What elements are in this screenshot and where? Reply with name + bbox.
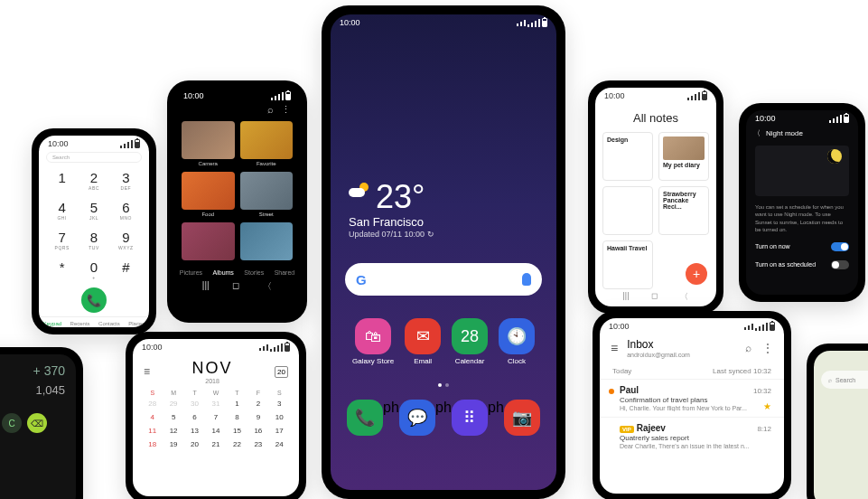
google-search-bar[interactable]: G [345,263,542,296]
dial-key[interactable]: 9WXYZ [110,226,142,254]
tab[interactable]: Pictures [180,269,202,276]
toggle-turn-on-now[interactable]: Turn on now [746,238,858,256]
back-icon[interactable]: 〈 [263,280,272,293]
calc-delete-button[interactable]: ⌫ [27,413,47,433]
recent-icon[interactable]: ||| [622,291,629,303]
date-cell[interactable]: 13 [184,427,205,435]
app-icon[interactable]: ✉Email [405,318,441,365]
menu-icon[interactable]: ≡ [144,365,150,378]
dial-key[interactable]: 1 [46,166,78,194]
date-cell[interactable]: 30 [184,400,205,408]
date-cell[interactable]: 14 [205,427,226,435]
date-cell[interactable]: 12 [163,427,183,435]
date-cell[interactable]: 4 [142,413,163,421]
mail-item[interactable]: PaulConfirmation of travel plansHi, Char… [600,379,784,417]
note-card[interactable]: Hawaii Travel [602,240,653,289]
app-icon[interactable]: 💬 [399,400,435,436]
dial-key[interactable]: 3DEF [110,166,142,194]
date-cell[interactable]: 9 [247,413,268,421]
back-icon[interactable]: 〈 [753,128,761,138]
mail-item[interactable]: VIPRajeevQuatrerly sales reportDear Char… [600,417,784,455]
note-card[interactable]: My pet diary [658,132,709,181]
toggle-scheduled[interactable]: Turn on as scheduled [746,256,858,274]
date-cell[interactable]: 21 [205,440,226,448]
app-icon[interactable]: 🕙Clock [499,318,535,365]
note-card[interactable]: Design [602,132,653,181]
today-icon[interactable]: 20 [275,366,288,378]
more-icon[interactable]: ⋮ [762,342,773,354]
date-cell[interactable]: 20 [184,440,205,448]
app-icon[interactable]: 📷 [504,400,540,436]
date-cell[interactable]: 5 [163,413,183,421]
album-item[interactable]: Food [182,172,235,217]
app-icon[interactable]: 28Calendar [452,318,488,365]
dial-key[interactable]: 6MNO [110,196,142,224]
dial-key[interactable]: # [110,256,142,284]
more-icon[interactable]: ⋮ [281,104,291,116]
date-cell[interactable]: 29 [163,400,183,408]
date-cell[interactable]: 1 [227,400,247,408]
date-cell[interactable]: 17 [269,427,290,435]
dial-key[interactable]: 8TUV [78,226,109,254]
tab[interactable]: Shared [275,269,295,276]
date-cell[interactable]: 23 [247,440,268,448]
album-item[interactable]: Camera [182,121,235,166]
date-cell[interactable]: 18 [142,440,163,448]
tab[interactable]: Places [128,321,145,326]
note-card[interactable] [602,186,653,235]
date-cell[interactable]: 8 [227,413,247,421]
date-cell[interactable]: 15 [227,427,247,435]
home-icon[interactable]: ◻ [232,280,239,293]
note-card[interactable]: Strawberry Pancake Reci... [658,186,709,235]
search-icon[interactable]: ⌕ [267,104,274,116]
album-item[interactable]: Street [240,172,294,217]
recent-icon[interactable]: ||| [202,280,210,293]
date-cell[interactable]: 2 [247,400,268,408]
date-cell[interactable]: 11 [142,427,163,435]
date-cell[interactable]: 22 [227,440,247,448]
date-cell[interactable]: 19 [163,440,183,448]
date-cell[interactable]: 16 [247,427,268,435]
date-cell[interactable]: 3 [269,400,290,408]
date-cell[interactable]: 24 [269,440,290,448]
call-button[interactable]: 📞 [81,287,107,313]
date-cell[interactable]: 7 [205,413,226,421]
status-bar [814,351,868,365]
inbox-title: Inbox [627,338,690,351]
date-cell[interactable]: 31 [205,400,226,408]
dial-key[interactable]: 5JKL [78,196,109,224]
star-icon[interactable]: ★ [763,401,771,411]
tab[interactable]: Albums [213,269,234,276]
back-icon[interactable]: 〈 [680,291,688,303]
app-icon[interactable]: 📞 [347,400,383,436]
weather-widget[interactable]: 23° San Francisco Updated 07/11 10:00 ↻ [349,181,434,239]
tab[interactable]: Keypad [43,321,61,326]
map-search-bar[interactable]: ⌕Search [821,371,868,389]
dial-key[interactable]: * [46,256,78,284]
mic-icon[interactable] [522,273,531,286]
toggle-switch[interactable] [831,242,849,251]
date-cell[interactable]: 10 [269,413,290,421]
search-field[interactable]: Search [46,152,142,163]
date-cell[interactable]: 28 [142,400,163,408]
search-icon[interactable]: ⌕ [745,342,751,354]
tab[interactable]: Recents [70,321,90,326]
dial-key[interactable]: 2ABC [78,166,109,194]
album-item[interactable]: Favorite [240,121,294,166]
app-icon[interactable]: 🛍Galaxy Store [352,318,394,365]
dial-key[interactable]: 4GHI [46,196,78,224]
toggle-switch[interactable] [831,260,849,269]
dial-key[interactable]: 0+ [78,256,109,284]
album-item[interactable] [182,222,235,262]
calc-expression: + 370 [0,363,65,378]
app-icon[interactable]: ⠿ [452,400,488,436]
dial-key[interactable]: 7PQRS [46,226,78,254]
calc-clear-button[interactable]: C [2,413,22,433]
tab[interactable]: Contacts [98,321,120,326]
menu-icon[interactable]: ≡ [611,341,618,355]
home-icon[interactable]: ◻ [651,291,658,303]
album-item[interactable] [240,222,294,262]
add-note-button[interactable]: + [686,263,707,285]
tab[interactable]: Stories [244,269,264,276]
date-cell[interactable]: 6 [184,413,205,421]
